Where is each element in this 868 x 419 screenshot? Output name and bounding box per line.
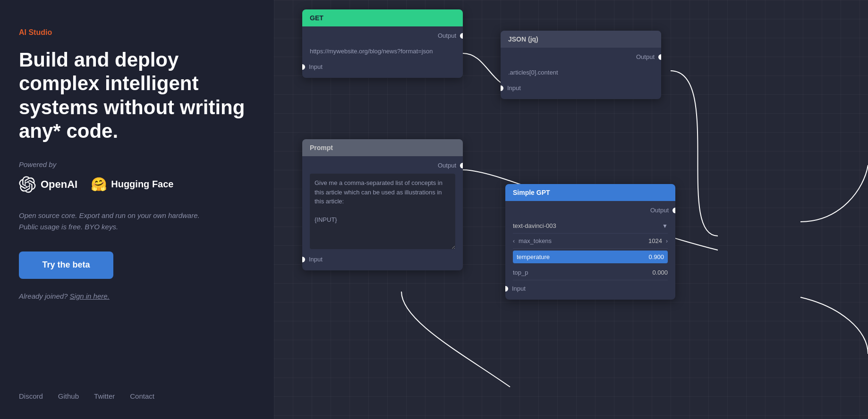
node-gpt-max-tokens-label: max_tokens: [519, 237, 552, 244]
headline: Build and deploy complex intelligent sys…: [19, 48, 255, 143]
node-gpt-temperature[interactable]: temperature 0.900: [513, 251, 668, 263]
node-gpt-input-row: Input: [513, 285, 668, 292]
partners: OpenAI 🤗 Hugging Face: [19, 176, 255, 193]
openai-label: OpenAI: [41, 178, 77, 191]
node-json-value: .articles[0].content: [508, 65, 654, 80]
openai-logo-icon: [19, 176, 36, 193]
node-gpt-output-label: Output: [650, 207, 669, 214]
powered-by-label: Powered by: [19, 160, 255, 168]
sign-in-link[interactable]: Sign in here.: [70, 292, 110, 300]
node-simple-gpt[interactable]: Simple GPT Output text-davinci-003 ▼ ‹ m…: [505, 184, 675, 300]
footer-link-contact[interactable]: Contact: [130, 392, 154, 400]
node-gpt-top-p-label: top_p: [513, 269, 652, 276]
node-prompt-output-label: Output: [438, 162, 456, 169]
node-gpt-input-connector[interactable]: [505, 286, 508, 292]
node-get-url: https://mywebsite.org/blog/news?format=j…: [310, 44, 455, 59]
stepper-left-icon[interactable]: ‹: [513, 238, 515, 244]
brand-label: AI Studio: [19, 28, 255, 37]
partner-openai: OpenAI: [19, 176, 77, 193]
node-json-input-connector[interactable]: [501, 85, 503, 91]
node-gpt-output-connector[interactable]: [672, 208, 675, 213]
dropdown-arrow-icon: ▼: [662, 223, 668, 229]
node-json-input-label: Input: [507, 84, 521, 92]
node-get-header: GET: [302, 9, 463, 26]
node-gpt-input-label: Input: [512, 285, 526, 292]
node-gpt-model-label: text-davinci-003: [513, 222, 662, 229]
try-beta-button[interactable]: Try the beta: [19, 251, 113, 279]
node-prompt-textarea[interactable]: Give me a comma-separated list of concep…: [310, 174, 455, 249]
hf-label: Hugging Face: [111, 179, 173, 190]
node-get-output-row: Output: [310, 32, 455, 39]
node-json-output-row: Output: [508, 53, 654, 60]
node-get-input-connector[interactable]: [302, 64, 305, 70]
node-get-output-connector[interactable]: [460, 33, 463, 39]
hf-emoji-icon: 🤗: [91, 176, 107, 192]
node-gpt-top-p-value: 0.000: [652, 269, 668, 276]
node-json-header: JSON (jq): [501, 31, 661, 48]
node-get-input-row: Input: [310, 63, 455, 70]
stepper-right-icon[interactable]: ›: [666, 238, 668, 244]
node-get-output-label: Output: [438, 32, 456, 39]
footer-links: Discord Github Twitter Contact: [19, 392, 255, 400]
node-prompt-input-connector[interactable]: [302, 257, 305, 262]
node-json[interactable]: JSON (jq) Output .articles[0].content In…: [501, 31, 661, 99]
node-prompt-header: Prompt: [302, 139, 463, 156]
node-json-input-row: Input: [508, 84, 654, 92]
partner-hf: 🤗 Hugging Face: [91, 176, 173, 192]
stepper: ‹ max_tokens: [513, 237, 552, 244]
left-panel: AI Studio Build and deploy complex intel…: [0, 0, 274, 419]
open-source-text: Open source core. Export and run on your…: [19, 210, 255, 233]
footer-link-github[interactable]: Github: [58, 392, 79, 400]
node-prompt-output-connector[interactable]: [460, 163, 463, 168]
node-gpt-top-p: top_p 0.000: [513, 265, 668, 280]
already-joined-text: Already joined? Sign in here.: [19, 292, 255, 300]
node-gpt-header: Simple GPT: [505, 184, 675, 201]
node-prompt[interactable]: Prompt Output Give me a comma-separated …: [302, 139, 463, 270]
node-json-output-label: Output: [636, 53, 655, 60]
node-prompt-output-row: Output: [310, 162, 455, 169]
footer-link-discord[interactable]: Discord: [19, 392, 43, 400]
node-prompt-input-row: Input: [310, 256, 455, 263]
node-json-output-connector[interactable]: [658, 54, 661, 60]
node-gpt-output-row: Output: [513, 207, 668, 214]
node-get-input-label: Input: [309, 63, 323, 70]
footer-link-twitter[interactable]: Twitter: [94, 392, 115, 400]
node-gpt-max-tokens-value: 1024: [648, 237, 662, 244]
node-gpt-temperature-value: 0.900: [648, 253, 664, 260]
canvas: GET Output https://mywebsite.org/blog/ne…: [274, 0, 868, 419]
node-gpt-max-tokens: ‹ max_tokens 1024 ›: [513, 234, 668, 249]
node-gpt-model-select[interactable]: text-davinci-003 ▼: [513, 218, 668, 234]
node-get[interactable]: GET Output https://mywebsite.org/blog/ne…: [302, 9, 463, 78]
node-prompt-input-label: Input: [309, 256, 323, 263]
node-gpt-temperature-label: temperature: [517, 253, 648, 260]
